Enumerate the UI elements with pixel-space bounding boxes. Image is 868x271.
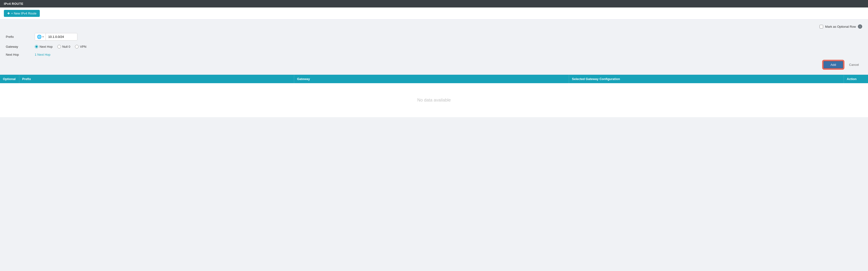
action-bar: ✚ + New IPv4 Route <box>0 7 868 20</box>
gateway-null0-label: Null 0 <box>62 45 70 49</box>
gateway-label: Gateway <box>6 45 35 49</box>
gateway-row: Gateway Next Hop Null 0 VPN <box>6 45 862 49</box>
add-button[interactable]: Add <box>823 61 843 69</box>
next-hop-link[interactable]: 1 Next Hop <box>35 53 51 56</box>
prefix-controls: 🌐 ▾ <box>35 33 862 40</box>
gateway-radio-vpn[interactable] <box>75 45 79 49</box>
table-section: Optional Prefix Gateway Selected Gateway… <box>0 75 868 117</box>
optional-row-checkbox[interactable] <box>819 25 823 28</box>
gateway-radio-nexthop[interactable] <box>35 45 38 49</box>
gateway-option-vpn[interactable]: VPN <box>75 45 86 49</box>
no-data-message: No data available <box>0 83 868 117</box>
gateway-radio-null0[interactable] <box>57 45 61 49</box>
next-hop-label: Next Hop <box>6 53 35 56</box>
page-title: IPv4 ROUTE <box>4 2 23 5</box>
col-optional: Optional <box>0 75 19 83</box>
gateway-option-null0[interactable]: Null 0 <box>57 45 70 49</box>
table-header: Optional Prefix Gateway Selected Gateway… <box>0 75 868 83</box>
page-header: IPv4 ROUTE <box>0 0 868 7</box>
gateway-radio-group: Next Hop Null 0 VPN <box>35 45 862 49</box>
prefix-input[interactable] <box>46 34 77 40</box>
prefix-type-button[interactable]: 🌐 ▾ <box>35 33 46 40</box>
chevron-down-icon: ▾ <box>42 35 44 38</box>
globe-icon: 🌐 <box>37 34 42 39</box>
plus-icon: ✚ <box>7 11 10 15</box>
prefix-row: Prefix 🌐 ▾ <box>6 33 862 40</box>
info-icon[interactable]: i <box>858 24 862 29</box>
cancel-button[interactable]: Cancel <box>846 61 862 68</box>
new-route-label: + New IPv4 Route <box>11 11 36 15</box>
prefix-label: Prefix <box>6 35 35 38</box>
form-actions: Add Cancel <box>6 61 862 69</box>
gateway-option-nexthop[interactable]: Next Hop <box>35 45 53 49</box>
prefix-input-group: 🌐 ▾ <box>35 33 78 40</box>
gateway-vpn-label: VPN <box>80 45 86 49</box>
next-hop-row: Next Hop 1 Next Hop <box>6 53 862 56</box>
form-panel: Mark as Optional Row i Prefix 🌐 ▾ Gatewa… <box>0 20 868 75</box>
col-prefix: Prefix <box>19 75 294 83</box>
col-gateway: Gateway <box>294 75 569 83</box>
gateway-nexthop-label: Next Hop <box>39 45 53 49</box>
next-hop-controls: 1 Next Hop <box>35 53 862 56</box>
new-ipv4-route-button[interactable]: ✚ + New IPv4 Route <box>4 10 40 17</box>
optional-row-label: Mark as Optional Row <box>825 25 856 28</box>
col-selected-gateway: Selected Gateway Configuration <box>569 75 844 83</box>
optional-row-wrapper: Mark as Optional Row i <box>6 24 862 29</box>
col-action: Action <box>844 75 868 83</box>
